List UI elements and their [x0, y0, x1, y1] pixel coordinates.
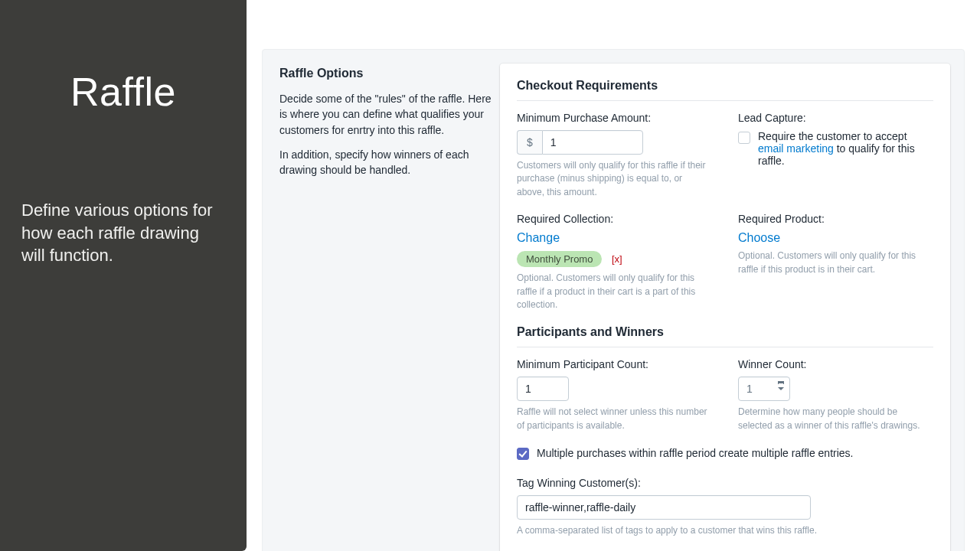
lead-capture-checkbox[interactable] [738, 132, 750, 144]
winner-count-label: Winner Count: [738, 358, 933, 370]
winner-count-field: Winner Count: Determine how many people … [738, 358, 933, 432]
required-product-help: Optional. Customers will only qualify fo… [738, 249, 933, 276]
required-collection-field: Required Collection: Change Monthly Prom… [517, 213, 712, 311]
winner-count-help: Determine how many people should be sele… [738, 406, 933, 432]
tag-winners-help: A comma-separated list of tags to apply … [517, 524, 933, 537]
explainer-p1: Decide some of the "rules" of the raffle… [279, 91, 492, 138]
required-product-field: Required Product: Choose Optional. Custo… [738, 213, 933, 311]
explainer-heading: Raffle Options [279, 67, 492, 80]
sidebar-description: Define various options for how each raff… [21, 199, 225, 267]
min-purchase-input[interactable] [542, 130, 643, 155]
raffle-sidebar: Raffle Define various options for how ea… [0, 0, 247, 551]
min-participant-input[interactable] [517, 377, 569, 401]
min-purchase-label: Minimum Purchase Amount: [517, 112, 712, 124]
lead-capture-field: Lead Capture: Require the customer to ac… [738, 112, 933, 199]
checkout-heading: Checkout Requirements [517, 79, 933, 101]
winner-count-value[interactable] [738, 377, 790, 401]
main-area: Raffle Options Decide some of the "rules… [247, 0, 980, 551]
collection-change-link[interactable]: Change [517, 231, 560, 244]
email-marketing-link[interactable]: email marketing [758, 142, 834, 155]
explainer-p2: In addition, specify how winners of each… [279, 147, 492, 178]
product-choose-link[interactable]: Choose [738, 231, 780, 244]
settings-panel: Raffle Options Decide some of the "rules… [262, 49, 965, 551]
sidebar-title: Raffle [21, 69, 225, 115]
tag-winners-label: Tag Winning Customer(s): [517, 477, 933, 489]
participants-heading: Participants and Winners [517, 325, 933, 347]
lead-capture-label: Lead Capture: [738, 112, 933, 124]
tag-winners-field: Tag Winning Customer(s): A comma-separat… [517, 477, 933, 537]
lead-capture-text: Require the customer to accept email mar… [758, 130, 933, 167]
tag-winners-input[interactable] [517, 495, 811, 520]
min-participant-field: Minimum Participant Count: Raffle will n… [517, 358, 712, 432]
min-purchase-help: Customers will only qualify for this raf… [517, 159, 712, 199]
winner-count-select[interactable] [738, 377, 790, 401]
collection-badge: Monthly Promo [517, 251, 602, 267]
min-purchase-field: Minimum Purchase Amount: $ Customers wil… [517, 112, 712, 199]
multi-entries-checkbox[interactable] [517, 448, 529, 460]
required-product-label: Required Product: [738, 213, 933, 225]
min-participant-help: Raffle will not select winner unless thi… [517, 406, 712, 432]
currency-addon: $ [517, 130, 542, 155]
required-collection-label: Required Collection: [517, 213, 712, 225]
required-collection-help: Optional. Customers will only qualify fo… [517, 272, 712, 311]
collection-remove-button[interactable]: [x] [612, 253, 622, 265]
min-participant-label: Minimum Participant Count: [517, 358, 712, 370]
multi-entries-label: Multiple purchases within raffle period … [537, 447, 853, 459]
settings-card: Checkout Requirements Minimum Purchase A… [500, 64, 950, 551]
panel-explainer: Raffle Options Decide some of the "rules… [263, 50, 500, 551]
